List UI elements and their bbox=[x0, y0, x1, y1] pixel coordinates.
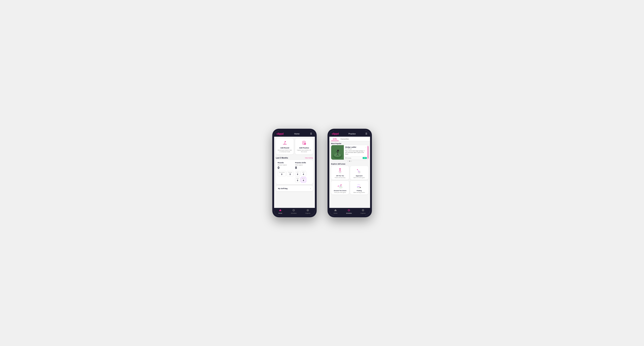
putting-title: Putting bbox=[357, 190, 362, 191]
home-icon-2 bbox=[334, 209, 337, 212]
add-round-card[interactable]: Add Round Record your shots in fast or e… bbox=[276, 139, 294, 154]
app-title: Home bbox=[294, 133, 300, 135]
activity-header: Last 3 Months View Activity bbox=[274, 156, 315, 160]
dot-1 bbox=[348, 161, 348, 162]
most-popular-label: Most Popular bbox=[329, 141, 370, 145]
putt-value: 4 bbox=[302, 179, 305, 181]
tournament-value: 0 bbox=[279, 173, 285, 175]
stats-card: Rounds Rounds Capture 0 Tournament 0 Pra… bbox=[276, 160, 313, 184]
shots-count: 9 shots bbox=[347, 158, 352, 159]
add-practice-icon bbox=[302, 140, 306, 146]
drill-subtitle: 50–100 yds bbox=[345, 148, 356, 150]
quick-actions: Add Round Record your shots in fast or e… bbox=[274, 137, 315, 156]
svg-point-48 bbox=[341, 186, 342, 187]
nav-capture[interactable]: Capture bbox=[305, 209, 310, 214]
svg-point-45 bbox=[339, 185, 339, 186]
approach-title: Approach bbox=[356, 175, 362, 176]
skill-off-the-tee[interactable]: Off The Tee Power and accuracy bbox=[331, 166, 349, 180]
app-header-home: clippd Home ☰ bbox=[274, 131, 315, 137]
practice-content: Most Popular bbox=[329, 141, 370, 208]
activities-icon bbox=[292, 209, 295, 212]
featured-drill-card[interactable]: Wedge Ladder 50–100 yds ☆ Play 1 shot at… bbox=[331, 145, 368, 160]
svg-point-13 bbox=[293, 210, 294, 211]
svg-point-43 bbox=[339, 186, 342, 188]
nav-home[interactable]: Home bbox=[278, 209, 282, 214]
svg-point-12 bbox=[294, 210, 294, 210]
nav-activities-2[interactable]: Activities bbox=[346, 209, 352, 214]
svg-point-39 bbox=[358, 170, 358, 171]
explore-label: Explore skill areas bbox=[329, 162, 370, 166]
rounds-mini-stats: Tournament 0 Practice 0 bbox=[278, 171, 294, 176]
drills-mini-stats: OTT 0 APP 4 ARG 0 bbox=[295, 171, 311, 182]
svg-point-27 bbox=[340, 168, 340, 170]
svg-line-30 bbox=[339, 170, 340, 172]
app-label: APP bbox=[302, 172, 305, 173]
around-green-title: Around The Green bbox=[334, 190, 346, 191]
activity-title: Last 3 Months bbox=[276, 157, 288, 159]
rounds-capture-label: Rounds Capture bbox=[278, 164, 294, 166]
phone-practice: clippd Practice ☰ Drills Favourites Most… bbox=[328, 129, 372, 217]
nav-capture-2[interactable]: Capture bbox=[360, 209, 366, 214]
nav-capture-label: Capture bbox=[305, 212, 310, 214]
add-practice-desc: Capture your practice off-the-course bbox=[296, 149, 312, 153]
around-green-icon bbox=[337, 182, 343, 189]
bottom-nav-home: Home Activities bbox=[274, 208, 315, 215]
add-practice-title: Add Practice bbox=[299, 147, 309, 149]
ott-stat: OTT 0 bbox=[295, 171, 300, 176]
star-icon[interactable]: ☆ bbox=[365, 146, 367, 148]
ott-value: 0 bbox=[296, 173, 299, 175]
tournament-label: Tournament bbox=[279, 172, 285, 173]
view-activity-link[interactable]: View Activity bbox=[305, 157, 313, 159]
svg-point-65 bbox=[348, 210, 349, 211]
svg-point-34 bbox=[338, 173, 342, 173]
svg-marker-50 bbox=[341, 184, 342, 185]
app-badge: APP bbox=[363, 157, 367, 159]
svg-point-62 bbox=[360, 185, 360, 185]
bottom-nav-practice: Home Activities bbox=[329, 208, 370, 215]
skill-grid: Off The Tee Power and accuracy bbox=[329, 166, 370, 196]
svg-line-32 bbox=[340, 170, 341, 172]
svg-point-58 bbox=[360, 187, 360, 187]
nav-home-2[interactable]: Home bbox=[334, 209, 337, 214]
putt-label: PUTT bbox=[302, 178, 305, 179]
add-round-title: Add Round bbox=[280, 147, 289, 149]
svg-point-26 bbox=[346, 158, 346, 159]
home-icon bbox=[279, 209, 282, 212]
add-practice-card[interactable]: Add Practice Capture your practice off-t… bbox=[295, 139, 313, 154]
nav-home-label: Home bbox=[278, 212, 282, 214]
putt-stat: PUTT 4 bbox=[301, 177, 306, 182]
nav-activities-label-2: Activities bbox=[346, 212, 352, 214]
drill-title: Wedge Ladder bbox=[345, 146, 356, 148]
tab-favourites[interactable]: Favourites bbox=[339, 137, 351, 141]
activities-icon-2 bbox=[348, 209, 350, 212]
drills-capture-label: Drills Capture bbox=[295, 164, 311, 166]
skill-around-green[interactable]: Around The Green Hone your short game bbox=[331, 181, 349, 194]
practice-value: 0 bbox=[288, 173, 292, 175]
skill-putting[interactable]: Putting Make and lag practice bbox=[350, 181, 368, 194]
svg-point-59 bbox=[358, 184, 358, 185]
tab-drills-label: Drills bbox=[333, 138, 337, 140]
app-title-2: Practice bbox=[348, 133, 356, 135]
capture-icon bbox=[306, 209, 309, 212]
capture-icon-2 bbox=[362, 209, 364, 212]
svg-line-33 bbox=[340, 170, 342, 172]
rounds-capture-value: 0 bbox=[278, 166, 294, 170]
drills-title: Practice Drills bbox=[295, 162, 311, 164]
golf-bag-row[interactable]: My Golf Bag › bbox=[276, 186, 313, 191]
nav-activities[interactable]: Activities bbox=[291, 209, 297, 214]
practice-label: Practice bbox=[288, 172, 292, 173]
add-round-desc: Record your shots in fast or enhanced mo… bbox=[277, 149, 292, 153]
skill-approach[interactable]: Approach Dial-in to hit the green bbox=[350, 166, 368, 180]
dot-indicators bbox=[329, 161, 370, 162]
putting-icon bbox=[356, 182, 362, 189]
svg-point-54 bbox=[358, 186, 358, 187]
svg-point-20 bbox=[334, 153, 341, 157]
tab-drills[interactable]: Drills bbox=[331, 137, 339, 141]
drill-image bbox=[331, 145, 344, 160]
approach-desc: Dial-in to hit the green bbox=[354, 177, 365, 178]
home-content: Add Round Record your shots in fast or e… bbox=[274, 137, 315, 208]
tabs-bar: Drills Favourites bbox=[329, 137, 370, 141]
menu-icon[interactable]: ☰ bbox=[310, 133, 312, 135]
off-the-tee-title: Off The Tee bbox=[336, 175, 344, 176]
menu-icon-2[interactable]: ☰ bbox=[365, 133, 367, 135]
